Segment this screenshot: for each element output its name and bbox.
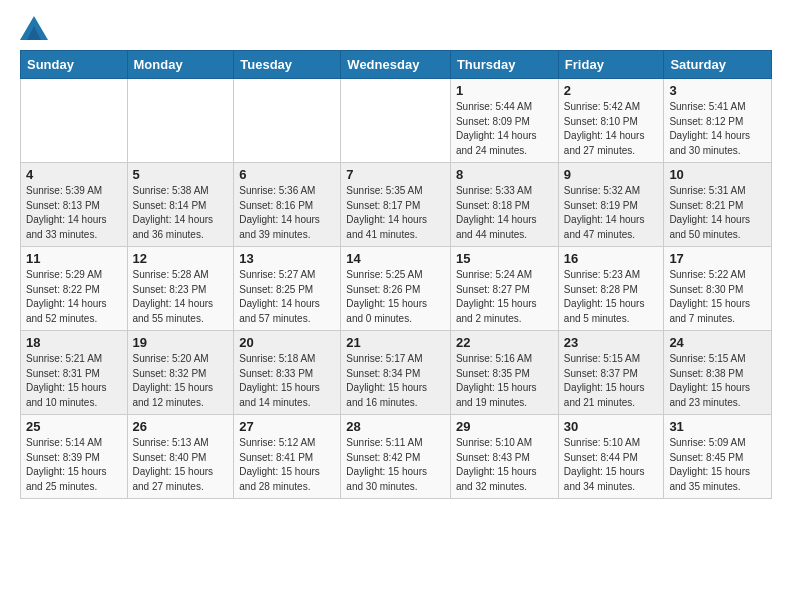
weekday-header-tuesday: Tuesday [234,51,341,79]
weekday-header-row: SundayMondayTuesdayWednesdayThursdayFrid… [21,51,772,79]
day-info: Sunrise: 5:21 AMSunset: 8:31 PMDaylight:… [26,352,122,410]
day-info: Sunrise: 5:18 AMSunset: 8:33 PMDaylight:… [239,352,335,410]
day-number: 6 [239,167,335,182]
day-number: 15 [456,251,553,266]
weekday-header-sunday: Sunday [21,51,128,79]
day-number: 14 [346,251,445,266]
day-number: 30 [564,419,659,434]
logo [20,16,52,40]
calendar-cell: 25Sunrise: 5:14 AMSunset: 8:39 PMDayligh… [21,415,128,499]
calendar-week-5: 25Sunrise: 5:14 AMSunset: 8:39 PMDayligh… [21,415,772,499]
weekday-header-monday: Monday [127,51,234,79]
calendar-cell: 13Sunrise: 5:27 AMSunset: 8:25 PMDayligh… [234,247,341,331]
calendar-cell [127,79,234,163]
calendar-cell: 10Sunrise: 5:31 AMSunset: 8:21 PMDayligh… [664,163,772,247]
calendar-cell: 4Sunrise: 5:39 AMSunset: 8:13 PMDaylight… [21,163,128,247]
calendar-week-3: 11Sunrise: 5:29 AMSunset: 8:22 PMDayligh… [21,247,772,331]
day-info: Sunrise: 5:38 AMSunset: 8:14 PMDaylight:… [133,184,229,242]
calendar-cell: 12Sunrise: 5:28 AMSunset: 8:23 PMDayligh… [127,247,234,331]
day-number: 11 [26,251,122,266]
calendar-cell [21,79,128,163]
day-number: 16 [564,251,659,266]
calendar-cell: 29Sunrise: 5:10 AMSunset: 8:43 PMDayligh… [450,415,558,499]
day-info: Sunrise: 5:27 AMSunset: 8:25 PMDaylight:… [239,268,335,326]
day-number: 21 [346,335,445,350]
calendar-table: SundayMondayTuesdayWednesdayThursdayFrid… [20,50,772,499]
calendar-cell: 11Sunrise: 5:29 AMSunset: 8:22 PMDayligh… [21,247,128,331]
calendar-cell: 15Sunrise: 5:24 AMSunset: 8:27 PMDayligh… [450,247,558,331]
day-number: 25 [26,419,122,434]
calendar-week-4: 18Sunrise: 5:21 AMSunset: 8:31 PMDayligh… [21,331,772,415]
calendar-cell: 21Sunrise: 5:17 AMSunset: 8:34 PMDayligh… [341,331,451,415]
calendar-cell: 18Sunrise: 5:21 AMSunset: 8:31 PMDayligh… [21,331,128,415]
calendar-cell: 24Sunrise: 5:15 AMSunset: 8:38 PMDayligh… [664,331,772,415]
day-number: 4 [26,167,122,182]
day-info: Sunrise: 5:39 AMSunset: 8:13 PMDaylight:… [26,184,122,242]
calendar-cell [234,79,341,163]
calendar-cell: 27Sunrise: 5:12 AMSunset: 8:41 PMDayligh… [234,415,341,499]
calendar-cell: 16Sunrise: 5:23 AMSunset: 8:28 PMDayligh… [558,247,664,331]
day-info: Sunrise: 5:22 AMSunset: 8:30 PMDaylight:… [669,268,766,326]
calendar-cell: 30Sunrise: 5:10 AMSunset: 8:44 PMDayligh… [558,415,664,499]
calendar-cell: 7Sunrise: 5:35 AMSunset: 8:17 PMDaylight… [341,163,451,247]
day-number: 5 [133,167,229,182]
calendar-cell: 14Sunrise: 5:25 AMSunset: 8:26 PMDayligh… [341,247,451,331]
day-info: Sunrise: 5:11 AMSunset: 8:42 PMDaylight:… [346,436,445,494]
day-number: 22 [456,335,553,350]
calendar-cell: 17Sunrise: 5:22 AMSunset: 8:30 PMDayligh… [664,247,772,331]
weekday-header-saturday: Saturday [664,51,772,79]
day-number: 18 [26,335,122,350]
calendar-cell: 1Sunrise: 5:44 AMSunset: 8:09 PMDaylight… [450,79,558,163]
calendar-body: 1Sunrise: 5:44 AMSunset: 8:09 PMDaylight… [21,79,772,499]
day-number: 19 [133,335,229,350]
day-info: Sunrise: 5:17 AMSunset: 8:34 PMDaylight:… [346,352,445,410]
calendar-cell [341,79,451,163]
day-number: 7 [346,167,445,182]
day-info: Sunrise: 5:23 AMSunset: 8:28 PMDaylight:… [564,268,659,326]
calendar-cell: 8Sunrise: 5:33 AMSunset: 8:18 PMDaylight… [450,163,558,247]
day-number: 24 [669,335,766,350]
calendar-cell: 20Sunrise: 5:18 AMSunset: 8:33 PMDayligh… [234,331,341,415]
day-info: Sunrise: 5:14 AMSunset: 8:39 PMDaylight:… [26,436,122,494]
day-info: Sunrise: 5:15 AMSunset: 8:38 PMDaylight:… [669,352,766,410]
day-number: 23 [564,335,659,350]
calendar-cell: 9Sunrise: 5:32 AMSunset: 8:19 PMDaylight… [558,163,664,247]
calendar-cell: 3Sunrise: 5:41 AMSunset: 8:12 PMDaylight… [664,79,772,163]
day-number: 27 [239,419,335,434]
day-number: 3 [669,83,766,98]
day-info: Sunrise: 5:09 AMSunset: 8:45 PMDaylight:… [669,436,766,494]
calendar-cell: 26Sunrise: 5:13 AMSunset: 8:40 PMDayligh… [127,415,234,499]
day-info: Sunrise: 5:36 AMSunset: 8:16 PMDaylight:… [239,184,335,242]
day-info: Sunrise: 5:20 AMSunset: 8:32 PMDaylight:… [133,352,229,410]
day-number: 1 [456,83,553,98]
day-info: Sunrise: 5:16 AMSunset: 8:35 PMDaylight:… [456,352,553,410]
day-number: 13 [239,251,335,266]
day-number: 20 [239,335,335,350]
calendar-header: SundayMondayTuesdayWednesdayThursdayFrid… [21,51,772,79]
day-info: Sunrise: 5:31 AMSunset: 8:21 PMDaylight:… [669,184,766,242]
logo-icon [20,16,48,40]
day-info: Sunrise: 5:29 AMSunset: 8:22 PMDaylight:… [26,268,122,326]
calendar-cell: 2Sunrise: 5:42 AMSunset: 8:10 PMDaylight… [558,79,664,163]
page: SundayMondayTuesdayWednesdayThursdayFrid… [0,0,792,515]
calendar-cell: 6Sunrise: 5:36 AMSunset: 8:16 PMDaylight… [234,163,341,247]
calendar-cell: 22Sunrise: 5:16 AMSunset: 8:35 PMDayligh… [450,331,558,415]
day-info: Sunrise: 5:12 AMSunset: 8:41 PMDaylight:… [239,436,335,494]
calendar-cell: 5Sunrise: 5:38 AMSunset: 8:14 PMDaylight… [127,163,234,247]
day-number: 31 [669,419,766,434]
calendar-cell: 19Sunrise: 5:20 AMSunset: 8:32 PMDayligh… [127,331,234,415]
day-info: Sunrise: 5:13 AMSunset: 8:40 PMDaylight:… [133,436,229,494]
day-info: Sunrise: 5:15 AMSunset: 8:37 PMDaylight:… [564,352,659,410]
day-number: 28 [346,419,445,434]
calendar-cell: 23Sunrise: 5:15 AMSunset: 8:37 PMDayligh… [558,331,664,415]
weekday-header-thursday: Thursday [450,51,558,79]
weekday-header-wednesday: Wednesday [341,51,451,79]
day-number: 26 [133,419,229,434]
day-number: 2 [564,83,659,98]
day-info: Sunrise: 5:44 AMSunset: 8:09 PMDaylight:… [456,100,553,158]
day-info: Sunrise: 5:42 AMSunset: 8:10 PMDaylight:… [564,100,659,158]
day-info: Sunrise: 5:25 AMSunset: 8:26 PMDaylight:… [346,268,445,326]
day-number: 9 [564,167,659,182]
calendar-cell: 31Sunrise: 5:09 AMSunset: 8:45 PMDayligh… [664,415,772,499]
day-info: Sunrise: 5:28 AMSunset: 8:23 PMDaylight:… [133,268,229,326]
